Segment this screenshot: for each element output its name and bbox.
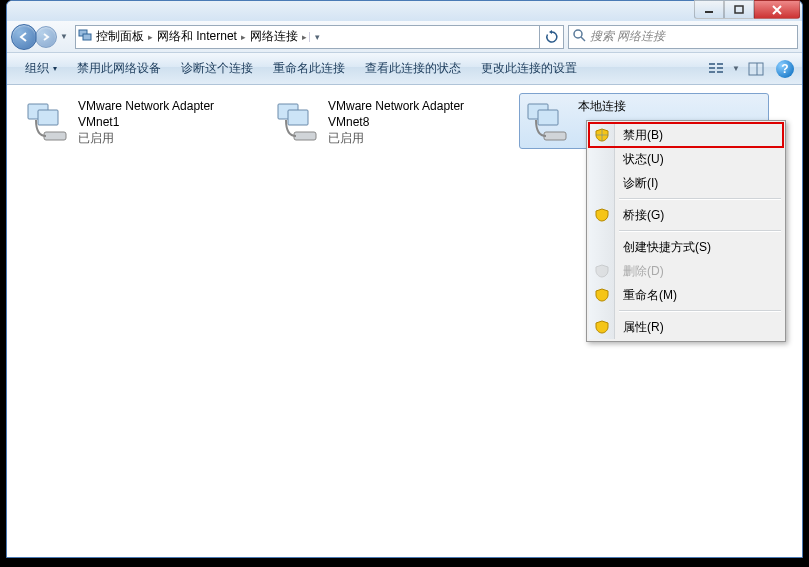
- forward-button[interactable]: [35, 26, 57, 48]
- window-controls: [694, 0, 800, 19]
- disable-device-button[interactable]: 禁用此网络设备: [67, 53, 171, 84]
- svg-rect-0: [705, 11, 713, 13]
- svg-line-5: [581, 37, 585, 41]
- svg-rect-19: [294, 132, 316, 140]
- network-connections-icon: [76, 27, 94, 46]
- connection-status: 已启用: [328, 130, 464, 146]
- minimize-button[interactable]: [694, 0, 724, 19]
- nav-history-dropdown[interactable]: ▼: [57, 32, 71, 41]
- shield-icon: [594, 287, 610, 303]
- svg-rect-8: [709, 71, 715, 73]
- search-placeholder: 搜索 网络连接: [590, 28, 665, 45]
- connection-status: 已启用: [78, 130, 214, 146]
- svg-rect-3: [83, 34, 91, 40]
- menu-separator: [619, 230, 781, 232]
- menu-disable[interactable]: 禁用(B): [589, 123, 783, 147]
- organize-menu[interactable]: 组织: [15, 53, 67, 84]
- connection-item-vmnet8[interactable]: VMware Network Adapter VMnet8 已启用: [269, 93, 519, 149]
- shield-icon: [594, 319, 610, 335]
- svg-rect-15: [38, 110, 58, 125]
- view-status-button[interactable]: 查看此连接的状态: [355, 53, 471, 84]
- close-button[interactable]: [754, 0, 800, 19]
- maximize-button[interactable]: [724, 0, 754, 19]
- change-settings-button[interactable]: 更改此连接的设置: [471, 53, 587, 84]
- menu-status[interactable]: 状态(U): [589, 147, 783, 171]
- address-dropdown[interactable]: ▾: [309, 32, 325, 42]
- network-adapter-icon: [24, 98, 72, 146]
- svg-rect-6: [709, 63, 715, 65]
- svg-point-4: [574, 30, 582, 38]
- shield-icon: [594, 127, 610, 143]
- connection-text: VMware Network Adapter VMnet1 已启用: [72, 98, 214, 144]
- svg-rect-11: [717, 71, 723, 73]
- breadcrumb-seg-1[interactable]: 网络和 Internet: [155, 26, 248, 48]
- connection-name: VMware Network Adapter VMnet1: [78, 98, 214, 130]
- breadcrumb-seg-2[interactable]: 网络连接: [248, 26, 309, 48]
- view-options-button[interactable]: [704, 58, 728, 80]
- back-button[interactable]: [11, 24, 37, 50]
- help-button[interactable]: ?: [776, 60, 794, 78]
- refresh-button[interactable]: [539, 26, 563, 48]
- view-options-dropdown[interactable]: ▼: [730, 64, 742, 73]
- svg-rect-12: [749, 63, 763, 75]
- network-adapter-icon: [524, 98, 572, 146]
- command-bar: 组织 禁用此网络设备 诊断这个连接 重命名此连接 查看此连接的状态 更改此连接的…: [7, 53, 802, 85]
- breadcrumb-seg-0[interactable]: 控制面板: [94, 26, 155, 48]
- shield-icon: [594, 263, 610, 279]
- rename-button[interactable]: 重命名此连接: [263, 53, 355, 84]
- menu-create-shortcut[interactable]: 创建快捷方式(S): [589, 235, 783, 259]
- connection-text: VMware Network Adapter VMnet8 已启用: [322, 98, 464, 144]
- menu-delete: 删除(D): [589, 259, 783, 283]
- nav-arrows: ▼: [11, 24, 71, 50]
- svg-rect-1: [735, 6, 743, 13]
- menu-separator: [619, 198, 781, 200]
- menu-properties[interactable]: 属性(R): [589, 315, 783, 339]
- network-adapter-icon: [274, 98, 322, 146]
- svg-rect-21: [538, 110, 558, 125]
- connection-item-vmnet1[interactable]: VMware Network Adapter VMnet1 已启用: [19, 93, 269, 149]
- svg-rect-10: [717, 67, 723, 69]
- search-icon: [573, 29, 586, 45]
- search-box[interactable]: 搜索 网络连接: [568, 25, 798, 49]
- svg-rect-22: [544, 132, 566, 140]
- svg-rect-16: [44, 132, 66, 140]
- svg-rect-7: [709, 67, 715, 69]
- svg-rect-9: [717, 63, 723, 65]
- shield-icon: [594, 207, 610, 223]
- preview-pane-button[interactable]: [744, 58, 768, 80]
- menu-separator: [619, 310, 781, 312]
- diagnose-button[interactable]: 诊断这个连接: [171, 53, 263, 84]
- context-menu: 禁用(B) 状态(U) 诊断(I) 桥接(G) 创建快捷方式(S) 删除(D) …: [586, 120, 786, 342]
- svg-rect-18: [288, 110, 308, 125]
- window-titlebar[interactable]: [7, 1, 802, 21]
- connection-name: 本地连接: [578, 98, 626, 114]
- navigation-row: ▼ 控制面板 网络和 Internet 网络连接 ▾ 搜索 网络连接: [7, 21, 802, 53]
- connection-name: VMware Network Adapter VMnet8: [328, 98, 464, 130]
- menu-diagnose[interactable]: 诊断(I): [589, 171, 783, 195]
- menu-rename[interactable]: 重命名(M): [589, 283, 783, 307]
- menu-bridge[interactable]: 桥接(G): [589, 203, 783, 227]
- address-bar[interactable]: 控制面板 网络和 Internet 网络连接 ▾: [75, 25, 564, 49]
